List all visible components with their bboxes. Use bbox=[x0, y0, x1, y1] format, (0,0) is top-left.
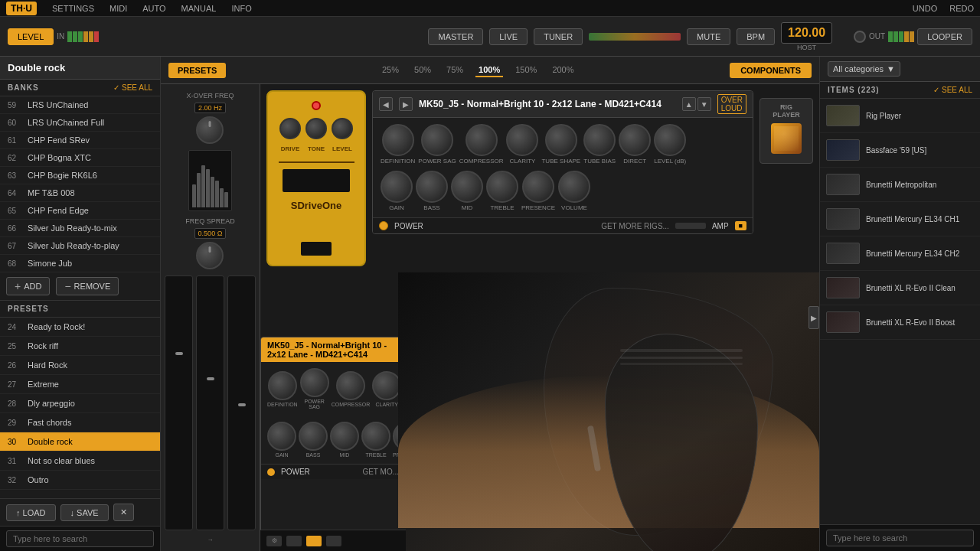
amp1-knob2-0[interactable] bbox=[381, 171, 413, 203]
amp2-knob2-3[interactable] bbox=[361, 422, 390, 451]
preset-item[interactable]: 26Hard Rock bbox=[0, 356, 160, 375]
remove-btn[interactable]: − REMOVE bbox=[56, 277, 119, 295]
zoom-level[interactable]: 150% bbox=[512, 64, 540, 77]
amp1-knob2-4[interactable] bbox=[522, 171, 554, 203]
bottom-icon-2[interactable] bbox=[286, 536, 302, 546]
components-btn[interactable]: COMPONENTS bbox=[730, 63, 812, 78]
right-search-input[interactable] bbox=[826, 530, 974, 546]
items-item[interactable]: Brunetti Metropolitan bbox=[820, 168, 980, 202]
bpm-btn[interactable]: BPM bbox=[737, 28, 775, 45]
close-x-btn[interactable]: ✕ bbox=[113, 504, 134, 521]
add-btn[interactable]: + ADD bbox=[6, 277, 50, 295]
banks-see-all[interactable]: ✓ SEE ALL bbox=[113, 83, 152, 92]
amp2-knob-3[interactable] bbox=[372, 371, 401, 400]
bottom-icon-3[interactable] bbox=[306, 536, 322, 546]
categories-dropdown[interactable]: All categories ▼ bbox=[828, 61, 900, 77]
amp2-knob-2[interactable] bbox=[336, 371, 365, 400]
bottom-icon-1[interactable]: ⚙ bbox=[266, 536, 282, 546]
amp1-knob-7[interactable] bbox=[654, 124, 686, 156]
preset-item[interactable]: 25Rock riff bbox=[0, 337, 160, 356]
live-btn[interactable]: LIVE bbox=[489, 28, 528, 45]
menu-auto[interactable]: AUTO bbox=[142, 4, 165, 13]
amp1-nav-right[interactable]: ▶ bbox=[399, 97, 413, 111]
load-btn[interactable]: ↑ LOAD bbox=[6, 504, 56, 521]
amp1-knob-6[interactable] bbox=[619, 124, 651, 156]
items-item[interactable]: Brunetti Mercury EL34 CH2 bbox=[820, 236, 980, 271]
looper-btn[interactable]: LOOPER bbox=[917, 28, 972, 45]
menu-midi[interactable]: MIDI bbox=[109, 4, 127, 13]
items-item[interactable]: Bassface '59 [US] bbox=[820, 133, 980, 168]
amp1-knob2-group: GAIN bbox=[381, 171, 413, 211]
amp1-knob2-1[interactable] bbox=[416, 171, 448, 203]
amp2-knob-0[interactable] bbox=[268, 371, 297, 400]
amp2-get-more-btn[interactable]: GET MO... bbox=[362, 468, 399, 476]
amp2-knob2-0[interactable] bbox=[267, 422, 296, 451]
save-btn[interactable]: ↓ SAVE bbox=[60, 504, 109, 521]
bank-item[interactable]: 64MF T&B 008 bbox=[0, 184, 160, 202]
amp1-knob-1[interactable] bbox=[421, 124, 453, 156]
freq-spread-knob[interactable] bbox=[196, 242, 224, 269]
items-item[interactable]: Rig Player bbox=[820, 99, 980, 133]
preset-item[interactable]: 29Fast chords bbox=[0, 413, 160, 432]
bank-item[interactable]: 68Simone Jub bbox=[0, 255, 160, 272]
bottom-icon-4[interactable] bbox=[326, 536, 341, 546]
preset-item[interactable]: 24Ready to Rock! bbox=[0, 318, 160, 337]
amp1-knob-3[interactable] bbox=[506, 124, 538, 156]
level-btn[interactable]: LEVEL bbox=[8, 28, 54, 45]
presets-bar-label[interactable]: PRESETS bbox=[168, 63, 226, 78]
amp1-scroll-up[interactable]: ▲ bbox=[682, 97, 696, 111]
amp1-get-more-btn[interactable]: GET MORE RIGS... bbox=[601, 222, 669, 230]
preset-item[interactable]: 28Dly arpeggio bbox=[0, 394, 160, 413]
amp2-knob-1[interactable] bbox=[300, 368, 329, 397]
master-btn[interactable]: MASTER bbox=[428, 28, 483, 45]
pedal-level-knob[interactable] bbox=[332, 118, 353, 139]
item-name: Brunetti XL R-Evo II Clean bbox=[866, 284, 974, 292]
pedal-switch[interactable] bbox=[301, 242, 332, 256]
preset-item[interactable]: 31Not so clear blues bbox=[0, 452, 160, 471]
bank-item[interactable]: 67Silver Jub Ready-to-play bbox=[0, 237, 160, 255]
tuner-btn[interactable]: TUNER bbox=[534, 28, 583, 45]
bank-item[interactable]: 59LRS UnChained bbox=[0, 96, 160, 114]
left-search-input[interactable] bbox=[6, 530, 154, 547]
pedal-drive-knob[interactable] bbox=[279, 118, 301, 139]
amp2-knob2-2[interactable] bbox=[330, 422, 359, 451]
amp1-knob-5[interactable] bbox=[583, 124, 616, 156]
items-item[interactable]: Brunetti XL R-Evo II Boost bbox=[820, 305, 980, 340]
amp1-knob-2[interactable] bbox=[466, 124, 498, 156]
amp1-nav-left[interactable]: ◀ bbox=[379, 97, 393, 111]
items-item[interactable]: Brunetti XL R-Evo II Clean bbox=[820, 271, 980, 305]
xover-freq-knob[interactable] bbox=[196, 116, 224, 144]
menu-info[interactable]: INFO bbox=[231, 4, 251, 13]
redo-btn[interactable]: REDO bbox=[949, 4, 974, 13]
amp1-scroll-down[interactable]: ▼ bbox=[697, 97, 711, 111]
bank-item[interactable]: 62CHP Bogna XTC bbox=[0, 149, 160, 167]
bank-item[interactable]: 65CHP Fend Edge bbox=[0, 202, 160, 220]
bank-item[interactable]: 61CHP Fend SRev bbox=[0, 132, 160, 149]
pedal-tone-knob[interactable] bbox=[305, 118, 327, 139]
bank-item[interactable]: 60LRS UnChained Full bbox=[0, 114, 160, 132]
preset-item[interactable]: 32Outro bbox=[0, 471, 160, 490]
bank-item[interactable]: 66Silver Jub Ready-to-mix bbox=[0, 220, 160, 237]
undo-btn[interactable]: UNDO bbox=[913, 4, 937, 13]
menu-settings[interactable]: SETTINGS bbox=[52, 4, 94, 13]
rig-player-visual[interactable] bbox=[771, 123, 802, 154]
items-item[interactable]: Brunetti Mercury EL34 CH1 bbox=[820, 202, 980, 236]
amp1-knob2-2[interactable] bbox=[451, 171, 483, 203]
zoom-level[interactable]: 50% bbox=[411, 64, 434, 77]
zoom-level[interactable]: 75% bbox=[443, 64, 466, 77]
preset-item[interactable]: 27Extreme bbox=[0, 375, 160, 394]
mute-btn[interactable]: MUTE bbox=[687, 28, 730, 45]
amp1-knob2-3[interactable] bbox=[486, 171, 518, 203]
zoom-level[interactable]: 25% bbox=[379, 64, 402, 77]
zoom-level[interactable]: 100% bbox=[475, 64, 503, 77]
amp1-knob-0[interactable] bbox=[382, 124, 414, 156]
bank-item[interactable]: 63CHP Bogie RK6L6 bbox=[0, 167, 160, 184]
menu-manual[interactable]: MANUAL bbox=[181, 4, 217, 13]
items-see-all[interactable]: ✓ SEE ALL bbox=[933, 86, 972, 94]
expand-arrow[interactable]: ▶ bbox=[808, 306, 819, 329]
preset-item[interactable]: 30Double rock bbox=[0, 432, 160, 452]
amp1-knob2-5[interactable] bbox=[558, 171, 590, 203]
zoom-level[interactable]: 200% bbox=[549, 64, 577, 77]
amp1-knob-4[interactable] bbox=[545, 124, 577, 156]
amp2-knob2-1[interactable] bbox=[299, 422, 328, 451]
